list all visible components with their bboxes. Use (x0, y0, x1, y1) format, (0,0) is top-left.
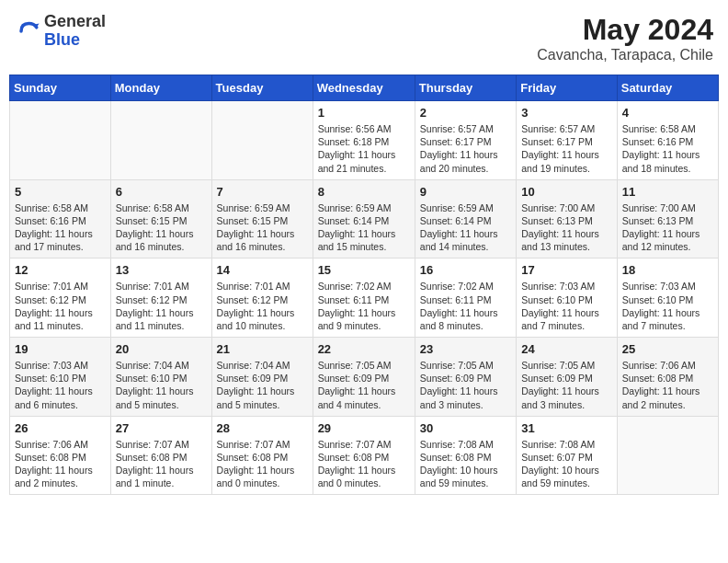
day-info: Sunrise: 7:05 AM Sunset: 6:09 PM Dayligh… (521, 359, 612, 411)
day-number: 16 (420, 263, 511, 277)
day-number: 19 (15, 342, 106, 356)
calendar-day-cell: 25Sunrise: 7:06 AM Sunset: 6:08 PM Dayli… (617, 338, 718, 417)
day-info: Sunrise: 7:06 AM Sunset: 6:08 PM Dayligh… (622, 359, 713, 411)
calendar-day-cell: 9Sunrise: 6:59 AM Sunset: 6:14 PM Daylig… (415, 179, 516, 259)
day-number: 31 (521, 421, 612, 435)
weekday-header-friday: Friday (517, 75, 618, 101)
day-number: 7 (217, 185, 308, 199)
calendar-week-row: 19Sunrise: 7:03 AM Sunset: 6:10 PM Dayli… (10, 338, 719, 417)
calendar-day-cell: 13Sunrise: 7:01 AM Sunset: 6:12 PM Dayli… (110, 259, 211, 338)
calendar-day-cell (110, 101, 211, 180)
calendar-day-cell: 6Sunrise: 6:58 AM Sunset: 6:15 PM Daylig… (110, 179, 211, 259)
calendar-day-cell: 19Sunrise: 7:03 AM Sunset: 6:10 PM Dayli… (10, 338, 111, 417)
logo-text: General Blue (44, 13, 106, 50)
day-info: Sunrise: 6:58 AM Sunset: 6:16 PM Dayligh… (622, 122, 713, 175)
weekday-header-thursday: Thursday (415, 75, 516, 101)
day-number: 20 (116, 342, 207, 356)
day-info: Sunrise: 7:05 AM Sunset: 6:09 PM Dayligh… (420, 359, 511, 411)
day-info: Sunrise: 7:08 AM Sunset: 6:07 PM Dayligh… (521, 438, 612, 490)
day-number: 13 (116, 263, 207, 277)
day-number: 11 (622, 185, 713, 199)
day-number: 24 (521, 342, 612, 356)
day-info: Sunrise: 7:03 AM Sunset: 6:10 PM Dayligh… (15, 359, 106, 411)
calendar-day-cell: 21Sunrise: 7:04 AM Sunset: 6:09 PM Dayli… (211, 338, 313, 417)
day-info: Sunrise: 7:07 AM Sunset: 6:08 PM Dayligh… (318, 438, 410, 490)
calendar-day-cell (10, 101, 111, 180)
day-info: Sunrise: 6:57 AM Sunset: 6:17 PM Dayligh… (521, 122, 612, 175)
day-info: Sunrise: 7:00 AM Sunset: 6:13 PM Dayligh… (622, 201, 713, 254)
calendar-day-cell: 11Sunrise: 7:00 AM Sunset: 6:13 PM Dayli… (617, 179, 718, 259)
day-number: 1 (318, 106, 410, 120)
calendar-body: 1Sunrise: 6:56 AM Sunset: 6:18 PM Daylig… (10, 101, 719, 495)
day-info: Sunrise: 7:00 AM Sunset: 6:13 PM Dayligh… (521, 201, 612, 254)
day-info: Sunrise: 7:04 AM Sunset: 6:09 PM Dayligh… (217, 359, 308, 411)
day-info: Sunrise: 7:04 AM Sunset: 6:10 PM Dayligh… (116, 359, 207, 411)
calendar-day-cell: 30Sunrise: 7:08 AM Sunset: 6:08 PM Dayli… (415, 416, 516, 495)
day-number: 10 (521, 185, 612, 199)
day-info: Sunrise: 7:03 AM Sunset: 6:10 PM Dayligh… (521, 280, 612, 332)
day-number: 9 (420, 185, 511, 199)
day-info: Sunrise: 6:56 AM Sunset: 6:18 PM Dayligh… (318, 122, 410, 175)
day-info: Sunrise: 7:07 AM Sunset: 6:08 PM Dayligh… (116, 438, 207, 490)
day-number: 8 (318, 185, 410, 199)
title-block: May 2024 Cavancha, Tarapaca, Chile (537, 13, 713, 63)
calendar-day-cell: 24Sunrise: 7:05 AM Sunset: 6:09 PM Dayli… (517, 338, 618, 417)
calendar-day-cell (617, 416, 718, 495)
day-info: Sunrise: 7:02 AM Sunset: 6:11 PM Dayligh… (420, 280, 511, 332)
page-header: General Blue May 2024 Cavancha, Tarapaca… (9, 9, 719, 67)
calendar-day-cell: 22Sunrise: 7:05 AM Sunset: 6:09 PM Dayli… (313, 338, 415, 417)
calendar-day-cell: 14Sunrise: 7:01 AM Sunset: 6:12 PM Dayli… (211, 259, 313, 338)
day-info: Sunrise: 7:06 AM Sunset: 6:08 PM Dayligh… (15, 438, 106, 490)
calendar-week-row: 26Sunrise: 7:06 AM Sunset: 6:08 PM Dayli… (10, 416, 719, 495)
weekday-header-monday: Monday (110, 75, 211, 101)
calendar-day-cell: 18Sunrise: 7:03 AM Sunset: 6:10 PM Dayli… (617, 259, 718, 338)
weekday-header-tuesday: Tuesday (211, 75, 313, 101)
day-number: 27 (116, 421, 207, 435)
day-number: 25 (622, 342, 713, 356)
calendar-title: May 2024 (537, 13, 713, 47)
day-number: 29 (318, 421, 410, 435)
calendar-day-cell: 17Sunrise: 7:03 AM Sunset: 6:10 PM Dayli… (517, 259, 618, 338)
calendar-day-cell: 16Sunrise: 7:02 AM Sunset: 6:11 PM Dayli… (415, 259, 516, 338)
calendar-day-cell: 4Sunrise: 6:58 AM Sunset: 6:16 PM Daylig… (617, 101, 718, 180)
calendar-day-cell: 26Sunrise: 7:06 AM Sunset: 6:08 PM Dayli… (10, 416, 111, 495)
weekday-header-saturday: Saturday (617, 75, 718, 101)
day-number: 4 (622, 106, 713, 120)
day-info: Sunrise: 6:58 AM Sunset: 6:15 PM Dayligh… (116, 201, 207, 254)
day-info: Sunrise: 6:59 AM Sunset: 6:15 PM Dayligh… (217, 201, 308, 254)
day-number: 14 (217, 263, 308, 277)
day-number: 28 (217, 421, 308, 435)
calendar-week-row: 5Sunrise: 6:58 AM Sunset: 6:16 PM Daylig… (10, 179, 719, 259)
calendar-day-cell: 12Sunrise: 7:01 AM Sunset: 6:12 PM Dayli… (10, 259, 111, 338)
day-info: Sunrise: 7:03 AM Sunset: 6:10 PM Dayligh… (622, 280, 713, 332)
calendar-table: SundayMondayTuesdayWednesdayThursdayFrid… (9, 75, 719, 495)
day-number: 3 (521, 106, 612, 120)
calendar-day-cell: 1Sunrise: 6:56 AM Sunset: 6:18 PM Daylig… (313, 101, 415, 180)
day-info: Sunrise: 7:05 AM Sunset: 6:09 PM Dayligh… (318, 359, 410, 411)
day-info: Sunrise: 6:58 AM Sunset: 6:16 PM Dayligh… (15, 201, 106, 254)
day-info: Sunrise: 6:57 AM Sunset: 6:17 PM Dayligh… (420, 122, 511, 175)
calendar-day-cell: 3Sunrise: 6:57 AM Sunset: 6:17 PM Daylig… (517, 101, 618, 180)
day-number: 17 (521, 263, 612, 277)
calendar-day-cell: 15Sunrise: 7:02 AM Sunset: 6:11 PM Dayli… (313, 259, 415, 338)
day-number: 2 (420, 106, 511, 120)
day-number: 21 (217, 342, 308, 356)
logo: General Blue (15, 13, 106, 50)
day-number: 6 (116, 185, 207, 199)
calendar-day-cell: 5Sunrise: 6:58 AM Sunset: 6:16 PM Daylig… (10, 179, 111, 259)
calendar-day-cell (211, 101, 313, 180)
calendar-week-row: 1Sunrise: 6:56 AM Sunset: 6:18 PM Daylig… (10, 101, 719, 180)
day-info: Sunrise: 7:01 AM Sunset: 6:12 PM Dayligh… (15, 280, 106, 332)
logo-blue-text: Blue (44, 31, 106, 50)
weekday-header-sunday: Sunday (10, 75, 111, 101)
day-info: Sunrise: 7:02 AM Sunset: 6:11 PM Dayligh… (318, 280, 410, 332)
calendar-day-cell: 7Sunrise: 6:59 AM Sunset: 6:15 PM Daylig… (211, 179, 313, 259)
logo-icon (15, 18, 40, 44)
calendar-day-cell: 27Sunrise: 7:07 AM Sunset: 6:08 PM Dayli… (110, 416, 211, 495)
logo-general-text: General (44, 13, 106, 31)
calendar-day-cell: 2Sunrise: 6:57 AM Sunset: 6:17 PM Daylig… (415, 101, 516, 180)
calendar-day-cell: 31Sunrise: 7:08 AM Sunset: 6:07 PM Dayli… (517, 416, 618, 495)
calendar-day-cell: 20Sunrise: 7:04 AM Sunset: 6:10 PM Dayli… (110, 338, 211, 417)
day-number: 12 (15, 263, 106, 277)
calendar-header: SundayMondayTuesdayWednesdayThursdayFrid… (10, 75, 719, 101)
